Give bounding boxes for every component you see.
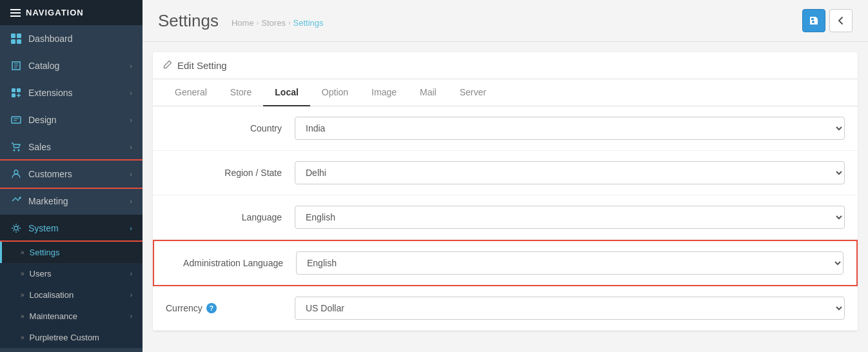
sidebar-item-design[interactable]: Design › <box>0 106 143 133</box>
top-bar-right <box>802 9 853 32</box>
breadcrumb-current: Settings <box>293 18 324 28</box>
sidebar-item-catalog[interactable]: Catalog › <box>0 52 143 79</box>
tab-general[interactable]: General <box>163 79 219 106</box>
tab-server[interactable]: Server <box>448 79 498 106</box>
svg-rect-6 <box>12 93 15 97</box>
chevron-right-maintenance-icon: › <box>130 313 132 320</box>
chevron-settings-icon: » <box>21 249 25 256</box>
tab-mail[interactable]: Mail <box>408 79 448 106</box>
sidebar-item-system[interactable]: System › <box>0 215 143 242</box>
select-region[interactable]: Delhi Mumbai Kolkata <box>295 161 845 184</box>
sidebar-item-label-extensions: Extensions <box>28 88 72 98</box>
sidebar-item-extensions[interactable]: Extensions › <box>0 79 143 106</box>
svg-point-10 <box>14 170 18 174</box>
svg-rect-2 <box>11 39 15 44</box>
breadcrumb: Home › Stores › Settings <box>232 14 324 28</box>
sidebar-subitem-users[interactable]: » Users › <box>0 263 143 284</box>
breadcrumb-home[interactable]: Home <box>232 18 254 28</box>
sidebar-subitem-settings[interactable]: » Settings <box>0 242 143 263</box>
chevron-icon-system: › <box>130 224 132 232</box>
nav-header-label: NAVIGATION <box>26 8 84 17</box>
breadcrumb-sep-1: › <box>257 19 259 26</box>
sidebar-subitem-label-localisation: Localisation <box>30 290 74 300</box>
svg-point-11 <box>19 197 21 199</box>
sidebar-item-customers[interactable]: Customers › <box>0 161 143 188</box>
chevron-icon-extensions: › <box>130 89 132 97</box>
select-language[interactable]: English Hindi French <box>295 206 845 229</box>
breadcrumb-stores[interactable]: Stores <box>261 18 286 28</box>
control-region: Delhi Mumbai Kolkata <box>295 161 845 184</box>
select-country[interactable]: India United States United Kingdom <box>295 117 845 140</box>
chevron-icon-design: › <box>130 116 132 124</box>
chevron-icon-customers: › <box>130 170 132 178</box>
sidebar-item-label-design: Design <box>28 115 57 125</box>
sidebar-item-marketing[interactable]: Marketing › <box>0 188 143 215</box>
sidebar-subitem-maintenance[interactable]: » Maintenance › <box>0 306 143 327</box>
sidebar-item-label-system: System <box>28 223 59 233</box>
sidebar-subitem-label-maintenance: Maintenance <box>30 311 77 321</box>
svg-rect-5 <box>17 88 21 92</box>
tab-local[interactable]: Local <box>263 79 310 106</box>
svg-rect-7 <box>12 117 21 123</box>
chevron-right-localisation-icon: › <box>130 291 132 298</box>
svg-rect-3 <box>17 39 21 44</box>
sidebar-item-sales[interactable]: Sales › <box>0 133 143 161</box>
svg-point-9 <box>18 150 20 152</box>
select-admin-language[interactable]: English Hindi French <box>296 251 843 275</box>
sidebar-item-label-customers: Customers <box>28 169 72 179</box>
form-row-country: Country India United States United Kingd… <box>153 106 858 151</box>
chevron-purpletree-icon: » <box>21 334 25 341</box>
tab-option[interactable]: Option <box>310 79 360 106</box>
control-language: English Hindi French <box>295 206 845 229</box>
back-button[interactable] <box>829 9 853 32</box>
sidebar-item-label-catalog: Catalog <box>28 61 59 71</box>
label-language: Language <box>166 212 295 222</box>
control-currency: US Dollar Euro Indian Rupee <box>295 297 845 320</box>
form-row-region: Region / State Delhi Mumbai Kolkata <box>153 151 858 195</box>
chevron-users-icon: » <box>21 270 25 277</box>
svg-point-8 <box>14 150 15 152</box>
sidebar-subitem-label-purpletree: Purpletree Custom <box>30 333 99 342</box>
tab-image[interactable]: Image <box>360 79 408 106</box>
tabs: General Store Local Option Image Mail Se… <box>153 79 858 106</box>
svg-rect-0 <box>11 34 15 38</box>
sidebar-item-dashboard[interactable]: Dashboard <box>0 25 143 52</box>
sidebar-subitem-label-users: Users <box>30 269 52 279</box>
customers-icon <box>10 168 22 180</box>
breadcrumb-sep-2: › <box>288 19 291 26</box>
system-icon <box>10 222 22 234</box>
label-admin-language: Administration Language <box>167 258 296 268</box>
chevron-right-users-icon: › <box>130 270 132 277</box>
sales-icon <box>10 141 22 153</box>
design-icon <box>10 114 22 126</box>
label-region: Region / State <box>166 168 295 178</box>
currency-help-icon[interactable]: ? <box>206 303 217 313</box>
top-bar: Settings Home › Stores › Settings <box>143 0 868 42</box>
content-area: Edit Setting General Store Local Option … <box>153 52 858 331</box>
save-button[interactable] <box>802 9 825 32</box>
chevron-maintenance-icon: » <box>21 313 25 320</box>
sidebar: NAVIGATION Dashboard Catalog › Extension… <box>0 0 143 352</box>
label-country: Country <box>166 123 295 133</box>
top-bar-left: Settings Home › Stores › Settings <box>158 11 324 31</box>
hamburger-icon <box>10 9 21 17</box>
sidebar-subitem-label-settings: Settings <box>30 248 60 257</box>
pencil-icon <box>163 60 172 71</box>
extensions-icon <box>10 87 22 99</box>
form-row-currency: Currency ? US Dollar Euro Indian Rupee <box>153 286 858 331</box>
form-row-admin-language: Administration Language English Hindi Fr… <box>153 240 858 286</box>
page-title: Settings <box>158 11 219 31</box>
chevron-icon-marketing: › <box>130 197 132 205</box>
label-currency: Currency ? <box>166 303 295 313</box>
sidebar-subitem-localisation[interactable]: » Localisation › <box>0 284 143 306</box>
control-country: India United States United Kingdom <box>295 117 845 140</box>
marketing-icon <box>10 195 22 207</box>
svg-point-12 <box>14 226 18 230</box>
sidebar-subitem-purpletree[interactable]: » Purpletree Custom <box>0 327 143 348</box>
sidebar-item-label-marketing: Marketing <box>28 196 68 206</box>
nav-header: NAVIGATION <box>0 0 143 25</box>
select-currency[interactable]: US Dollar Euro Indian Rupee <box>295 297 845 320</box>
tab-store[interactable]: Store <box>219 79 263 106</box>
form-row-language: Language English Hindi French <box>153 195 858 240</box>
main-content: Settings Home › Stores › Settings Edit S… <box>143 0 868 352</box>
